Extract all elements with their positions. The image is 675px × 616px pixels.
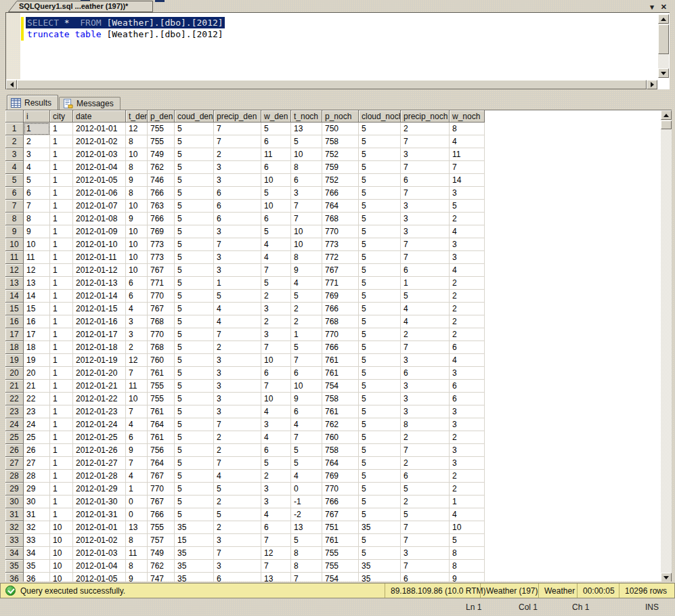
grid-cell[interactable]: 759 xyxy=(322,161,359,174)
grid-cell[interactable]: 3 xyxy=(214,560,261,573)
grid-cell[interactable]: 4 xyxy=(291,470,322,483)
grid-cell[interactable]: 5 xyxy=(214,508,261,521)
grid-cell[interactable]: 761 xyxy=(322,534,359,547)
grid-cell[interactable]: 5 xyxy=(175,367,214,380)
grid-cell[interactable]: 36 xyxy=(24,573,50,581)
grid-cell[interactable]: 5 xyxy=(175,393,214,405)
grid-cell[interactable]: 5 xyxy=(359,393,401,405)
grid-cell[interactable]: 6 xyxy=(450,393,485,405)
grid-cell[interactable]: 5 xyxy=(175,148,214,161)
grid-cell[interactable]: 6 xyxy=(401,174,450,187)
grid-cell[interactable]: 4 xyxy=(24,161,50,174)
tab-results[interactable]: Results xyxy=(7,95,58,110)
grid-cell[interactable]: 7 xyxy=(401,187,450,200)
row-header-cell[interactable]: 23 xyxy=(5,405,24,418)
column-header-w_noch[interactable]: w_noch xyxy=(450,110,485,123)
grid-cell[interactable]: 5 xyxy=(359,534,401,547)
grid-cell[interactable]: 7 xyxy=(401,251,450,264)
scroll-up-icon[interactable] xyxy=(658,14,669,24)
grid-cell[interactable]: 5 xyxy=(175,405,214,418)
grid-cell[interactable]: 2 xyxy=(261,470,291,483)
grid-cell[interactable]: 2012-01-05 xyxy=(73,573,126,581)
grid-cell[interactable]: 12 xyxy=(126,354,148,367)
grid-cell[interactable]: 7 xyxy=(214,123,261,135)
grid-cell[interactable]: 4 xyxy=(450,135,485,148)
grid-cell[interactable]: 1 xyxy=(50,225,73,238)
row-header-cell[interactable]: 7 xyxy=(5,200,24,213)
grid-cell[interactable]: 3 xyxy=(126,328,148,341)
grid-cell[interactable]: 7 xyxy=(126,405,148,418)
grid-cell[interactable]: 5 xyxy=(175,161,214,174)
grid-cell[interactable]: 754 xyxy=(322,380,359,393)
grid-cell[interactable]: 764 xyxy=(148,418,175,431)
grid-cell[interactable]: 9 xyxy=(450,573,485,581)
grid-cell[interactable]: 5 xyxy=(175,213,214,225)
grid-cell[interactable]: 771 xyxy=(322,277,359,290)
grid-cell[interactable]: 7 xyxy=(214,135,261,148)
grid-cell[interactable]: 773 xyxy=(322,238,359,251)
grid-cell[interactable]: 5 xyxy=(175,123,214,135)
grid-cell[interactable]: 766 xyxy=(148,187,175,200)
grid-cell[interactable]: 2 xyxy=(291,315,322,328)
grid-cell[interactable]: 5 xyxy=(175,457,214,470)
column-header-p_noch[interactable]: p_noch xyxy=(322,110,359,123)
column-header-date[interactable]: date xyxy=(73,110,126,123)
grid-cell[interactable]: 2012-01-09 xyxy=(73,225,126,238)
grid-cell[interactable]: 1 xyxy=(50,161,73,174)
grid-cell[interactable]: 6 xyxy=(214,213,261,225)
grid-cell[interactable]: 2012-01-02 xyxy=(73,534,126,547)
row-header-cell[interactable]: 6 xyxy=(5,187,24,200)
row-header-cell[interactable]: 1 xyxy=(5,123,24,135)
grid-cell[interactable]: 1 xyxy=(50,418,73,431)
row-header-cell[interactable]: 12 xyxy=(5,264,24,277)
row-header-cell[interactable]: 11 xyxy=(5,251,24,264)
grid-cell[interactable]: 3 xyxy=(214,264,261,277)
grid-cell[interactable]: 18 xyxy=(24,341,50,354)
row-header-cell[interactable]: 14 xyxy=(5,290,24,303)
grid-cell[interactable]: 2012-01-08 xyxy=(73,213,126,225)
grid-cell[interactable]: 2012-01-05 xyxy=(73,174,126,187)
grid-cell[interactable]: 7 xyxy=(291,354,322,367)
grid-cell[interactable]: 10 xyxy=(261,354,291,367)
grid-cell[interactable]: 3 xyxy=(401,380,450,393)
grid-cell[interactable]: 11 xyxy=(450,148,485,161)
row-header-cell[interactable]: 17 xyxy=(5,328,24,341)
grid-cell[interactable]: 2012-01-03 xyxy=(73,148,126,161)
grid-cell[interactable]: 3 xyxy=(126,315,148,328)
grid-cell[interactable]: 10 xyxy=(126,148,148,161)
grid-cell[interactable]: 5 xyxy=(359,444,401,457)
grid-cell[interactable]: 7 xyxy=(261,264,291,277)
grid-cell[interactable]: 1 xyxy=(214,277,261,290)
grid-cell[interactable]: 5 xyxy=(359,187,401,200)
grid-cell[interactable]: 12 xyxy=(24,264,50,277)
grid-cell[interactable]: 10 xyxy=(50,521,73,534)
row-header-cell[interactable]: 19 xyxy=(5,354,24,367)
grid-vertical-scrollbar[interactable] xyxy=(661,110,672,581)
grid-cell[interactable]: 8 xyxy=(450,560,485,573)
grid-cell[interactable]: 13 xyxy=(261,573,291,581)
grid-cell[interactable]: 3 xyxy=(401,200,450,213)
grid-cell[interactable]: 10 xyxy=(126,393,148,405)
grid-cell[interactable]: 2012-01-16 xyxy=(73,315,126,328)
grid-cell[interactable]: 1 xyxy=(50,393,73,405)
grid-cell[interactable]: 1 xyxy=(50,187,73,200)
grid-cell[interactable]: 5 xyxy=(175,483,214,496)
grid-cell[interactable]: 3 xyxy=(214,367,261,380)
grid-cell[interactable]: 770 xyxy=(322,328,359,341)
grid-cell[interactable]: 747 xyxy=(148,573,175,581)
column-header-w_den[interactable]: w_den xyxy=(261,110,291,123)
grid-cell[interactable]: 6 xyxy=(401,264,450,277)
grid-cell[interactable]: 23 xyxy=(24,405,50,418)
row-header-cell[interactable]: 2 xyxy=(5,135,24,148)
grid-cell[interactable]: 2012-01-24 xyxy=(73,418,126,431)
grid-cell[interactable]: 7 xyxy=(401,560,450,573)
grid-cell[interactable]: 6 xyxy=(261,367,291,380)
grid-cell[interactable]: 8 xyxy=(291,251,322,264)
grid-cell[interactable]: 4 xyxy=(261,508,291,521)
grid-cell[interactable]: 9 xyxy=(24,225,50,238)
tab-messages[interactable]: Messages xyxy=(59,97,121,110)
grid-cell[interactable]: 4 xyxy=(261,431,291,444)
grid-cell[interactable]: 7 xyxy=(261,380,291,393)
grid-cell[interactable]: 7 xyxy=(214,457,261,470)
grid-cell[interactable]: 7 xyxy=(291,213,322,225)
